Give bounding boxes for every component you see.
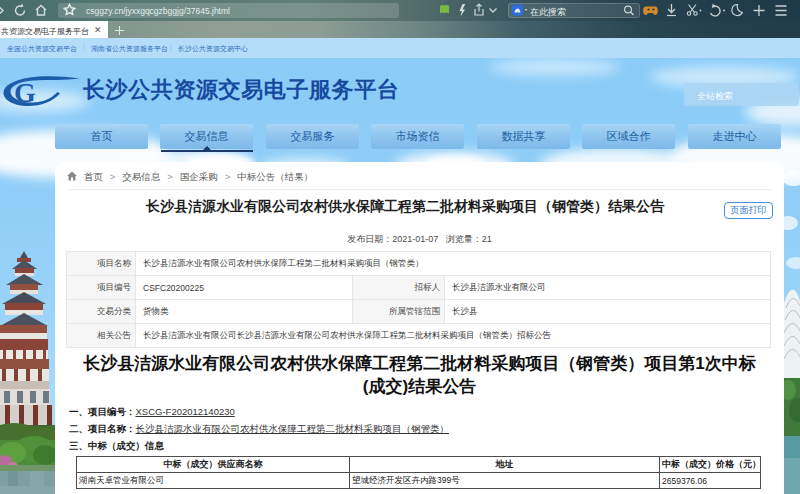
svg-text:G: G	[14, 77, 36, 107]
